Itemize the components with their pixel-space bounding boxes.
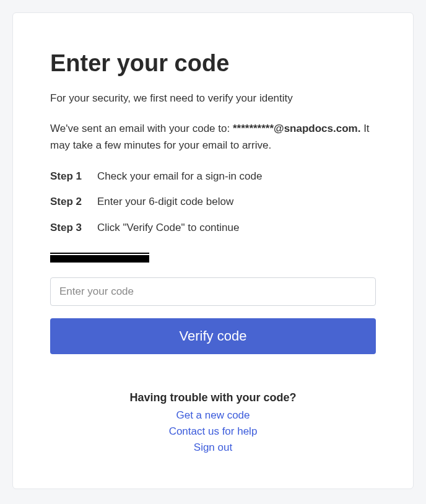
email-info-text: We've sent an email with your code to: *… xyxy=(50,120,376,154)
contact-us-link[interactable]: Contact us for help xyxy=(50,425,376,438)
get-new-code-link[interactable]: Get a new code xyxy=(50,409,376,422)
step-row: Step 3 Click "Verify Code" to continue xyxy=(50,220,376,236)
step-text: Check your email for a sign-in code xyxy=(97,168,376,185)
step-text: Enter your 6-digit code below xyxy=(97,194,376,210)
step-label: Step 3 xyxy=(50,220,97,236)
verification-card: Enter your code For your security, we fi… xyxy=(12,12,414,489)
sign-out-link[interactable]: Sign out xyxy=(50,441,376,454)
step-row: Step 2 Enter your 6-digit code below xyxy=(50,194,376,210)
email-prefix: We've sent an email with your code to: xyxy=(50,123,233,134)
masked-email: **********@snapdocs.com. xyxy=(233,123,361,134)
verify-code-button[interactable]: Verify code xyxy=(50,318,376,354)
step-row: Step 1 Check your email for a sign-in co… xyxy=(50,168,376,185)
step-label: Step 1 xyxy=(50,168,97,185)
steps-list: Step 1 Check your email for a sign-in co… xyxy=(50,168,376,236)
code-input[interactable] xyxy=(50,277,376,306)
step-text: Click "Verify Code" to continue xyxy=(97,220,376,236)
page-title: Enter your code xyxy=(50,50,376,77)
help-section: Having trouble with your code? Get a new… xyxy=(50,391,376,454)
subtitle-text: For your security, we first need to veri… xyxy=(50,90,376,106)
step-label: Step 2 xyxy=(50,194,97,210)
help-title: Having trouble with your code? xyxy=(50,391,376,404)
redacted-label xyxy=(50,255,149,263)
